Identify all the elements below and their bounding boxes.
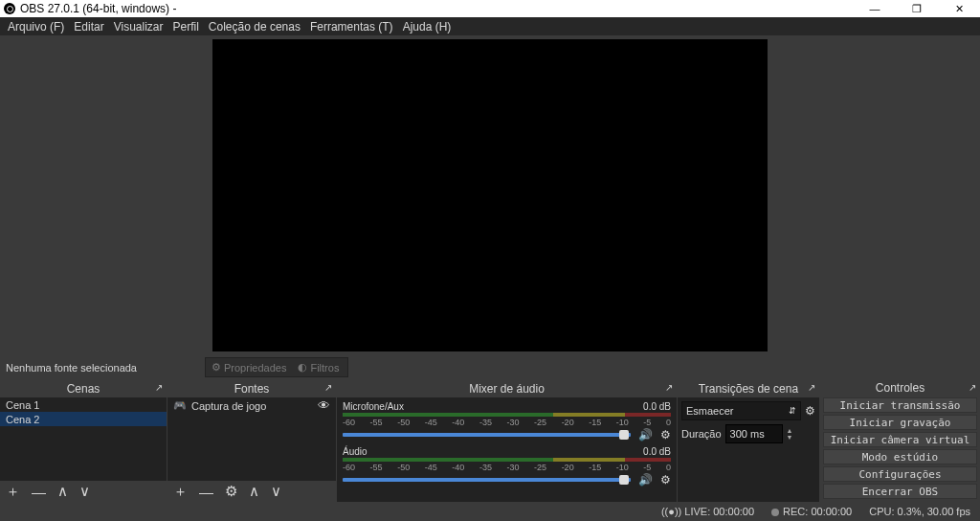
start-stream-button[interactable]: Iniciar transmissão — [823, 397, 977, 413]
close-button[interactable]: ✕ — [938, 0, 980, 17]
start-recording-button[interactable]: Iniciar gravação — [823, 415, 977, 430]
scene-down-button[interactable]: ∨ — [79, 483, 90, 500]
broadcast-icon: ((●)) — [661, 506, 681, 517]
speaker-icon[interactable]: 🔊 — [638, 473, 653, 487]
gear-icon[interactable]: ⚙ — [805, 404, 815, 418]
add-scene-button[interactable]: ＋ — [6, 483, 20, 501]
menu-bar: Arquivo (F) Editar Visualizar Perfil Col… — [0, 17, 980, 35]
obs-logo-icon — [4, 3, 15, 14]
exit-button[interactable]: Encerrar OBS — [823, 484, 977, 499]
scene-up-button[interactable]: ∧ — [57, 483, 68, 500]
duration-label: Duração — [681, 428, 722, 440]
docks-container: Cenas ↗ Cena 1 Cena 2 ＋ — ∧ ∨ Fontes ↗ 🎮… — [0, 380, 980, 502]
audio-header: Mixer de áudio ↗ — [337, 380, 677, 397]
game-capture-icon: 🎮 — [173, 399, 187, 412]
transitions-dock: Transições de cena ↗ Esmaecer ⇵ ⚙ Duraçã… — [678, 380, 819, 502]
minimize-button[interactable]: — — [854, 0, 896, 17]
volume-slider[interactable] — [343, 433, 631, 437]
rec-status: REC: 00:00:00 — [771, 506, 852, 517]
start-virtual-cam-button[interactable]: Iniciar câmera virtual — [823, 432, 977, 447]
scenes-header: Cenas ↗ — [0, 380, 167, 397]
audio-channel-db: 0.0 dB — [643, 446, 671, 457]
status-bar: ((●)) LIVE: 00:00:00 REC: 00:00:00 CPU: … — [0, 502, 980, 521]
sources-list[interactable]: 🎮 Captura de jogo 👁 — [167, 397, 336, 481]
popout-icon[interactable]: ↗ — [969, 382, 976, 393]
cpu-status: CPU: 0.3%, 30.00 fps — [869, 506, 970, 517]
preview-canvas[interactable] — [212, 39, 768, 351]
gear-icon[interactable]: ⚙ — [660, 428, 671, 442]
popout-icon[interactable]: ↗ — [155, 382, 163, 393]
menu-edit[interactable]: Editar — [74, 20, 103, 34]
scenes-toolbar: ＋ — ∧ ∨ — [0, 481, 167, 502]
controls-title: Controles — [876, 381, 924, 395]
transition-select[interactable]: Esmaecer ⇵ — [681, 401, 801, 420]
duration-spinner[interactable]: ▲▼ — [787, 427, 793, 441]
scenes-dock: Cenas ↗ Cena 1 Cena 2 ＋ — ∧ ∨ — [0, 380, 167, 502]
menu-view[interactable]: Visualizar — [114, 20, 164, 34]
gear-icon[interactable]: ⚙ — [660, 473, 671, 487]
popout-icon[interactable]: ↗ — [808, 382, 815, 393]
studio-mode-button[interactable]: Modo estúdio — [823, 449, 977, 464]
speaker-icon[interactable]: 🔊 — [638, 428, 653, 442]
source-toolbar: ⚙ Propriedades ◐ Filtros — [205, 357, 348, 377]
transition-select-value: Esmaecer — [686, 405, 734, 417]
add-source-button[interactable]: ＋ — [173, 483, 188, 501]
controls-dock: Controles ↗ Iniciar transmissão Iniciar … — [820, 380, 980, 502]
window-title: OBS 27.0.1 (64-bit, windows) - — [20, 2, 176, 15]
controls-body: Iniciar transmissão Iniciar gravação Ini… — [820, 395, 980, 502]
filters-label: Filtros — [310, 362, 339, 374]
menu-tools[interactable]: Ferramentas (T) — [310, 20, 393, 34]
menu-profile[interactable]: Perfil — [173, 20, 199, 34]
menu-help[interactable]: Ajuda (H) — [403, 20, 452, 34]
remove-scene-button[interactable]: — — [32, 484, 46, 500]
chevron-updown-icon: ⇵ — [789, 406, 796, 416]
source-up-button[interactable]: ∧ — [249, 483, 259, 500]
audio-ticks: -60-55-50-45-40-35-30-25-20-15-10-50 — [343, 418, 671, 427]
source-down-button[interactable]: ∨ — [271, 483, 281, 500]
source-props-button[interactable]: ⚙ — [225, 483, 237, 500]
source-label: Captura de jogo — [191, 400, 266, 412]
popout-icon[interactable]: ↗ — [665, 382, 673, 393]
scene-label: Cena 1 — [6, 399, 39, 411]
controls-header: Controles ↗ — [820, 380, 980, 395]
scene-label: Cena 2 — [6, 414, 39, 425]
sources-dock: Fontes ↗ 🎮 Captura de jogo 👁 ＋ — ⚙ ∧ ∨ — [167, 380, 336, 502]
popout-icon[interactable]: ↗ — [324, 382, 332, 393]
record-dot-icon — [771, 509, 779, 516]
audio-title: Mixer de áudio — [469, 382, 545, 396]
gear-icon: ⚙ — [212, 361, 221, 374]
scenes-list[interactable]: Cena 1 Cena 2 — [0, 397, 167, 481]
audio-dock: Mixer de áudio ↗ Microfone/Aux 0.0 dB -6… — [337, 380, 677, 502]
audio-channel-name: Áudio — [343, 446, 368, 457]
menu-scene-collection[interactable]: Coleção de cenas — [209, 20, 301, 34]
sources-toolbar: ＋ — ⚙ ∧ ∨ — [167, 481, 336, 502]
properties-label: Propriedades — [224, 362, 286, 374]
transitions-header: Transições de cena ↗ — [678, 380, 819, 397]
audio-ticks: -60-55-50-45-40-35-30-25-20-15-10-50 — [343, 463, 671, 472]
transitions-title: Transições de cena — [699, 382, 798, 396]
maximize-button[interactable]: ❐ — [896, 0, 938, 17]
volume-slider[interactable] — [343, 478, 631, 482]
live-status: ((●)) LIVE: 00:00:00 — [661, 506, 754, 517]
audio-meter — [343, 413, 671, 417]
scene-item[interactable]: Cena 2 — [0, 412, 167, 426]
menu-file[interactable]: Arquivo (F) — [8, 20, 64, 34]
eye-icon[interactable]: 👁 — [318, 398, 330, 413]
remove-source-button[interactable]: — — [199, 484, 213, 500]
window-titlebar: OBS 27.0.1 (64-bit, windows) - — ❐ ✕ — [0, 0, 980, 17]
sources-title: Fontes — [234, 382, 270, 396]
source-item[interactable]: 🎮 Captura de jogo 👁 — [167, 397, 336, 414]
duration-input[interactable]: 300 ms — [725, 424, 783, 443]
audio-channel-name: Microfone/Aux — [343, 401, 404, 412]
settings-button[interactable]: Configurações — [823, 466, 977, 482]
scenes-title: Cenas — [67, 382, 100, 396]
sources-header: Fontes ↗ — [167, 380, 336, 397]
properties-button[interactable]: ⚙ Propriedades — [206, 358, 292, 376]
transitions-body: Esmaecer ⇵ ⚙ Duração 300 ms ▲▼ — [678, 397, 819, 502]
filters-button[interactable]: ◐ Filtros — [292, 358, 345, 376]
duration-value: 300 ms — [730, 428, 765, 440]
audio-mixer: Microfone/Aux 0.0 dB -60-55-50-45-40-35-… — [337, 397, 677, 502]
no-source-text: Nenhuma fonte selecionada — [6, 362, 137, 374]
scene-item[interactable]: Cena 1 — [0, 397, 167, 412]
audio-channel-db: 0.0 dB — [643, 401, 671, 412]
